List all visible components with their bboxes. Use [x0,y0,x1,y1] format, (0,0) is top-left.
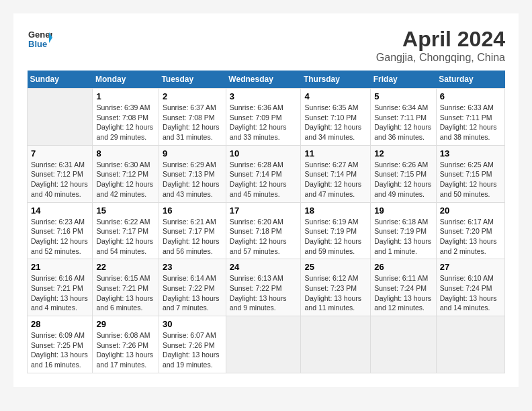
day-info: Sunrise: 6:30 AMSunset: 7:12 PMDaylight:… [96,160,154,199]
day-info: Sunrise: 6:08 AMSunset: 7:26 PMDaylight:… [96,330,154,370]
day-info: Sunrise: 6:09 AMSunset: 7:25 PMDaylight:… [31,330,89,370]
calendar-cell: 10Sunrise: 6:28 AMSunset: 7:14 PMDayligh… [226,145,301,202]
header: General Blue April 2024 Gangjia, Chongqi… [27,27,505,64]
calendar-cell: 14Sunrise: 6:23 AMSunset: 7:16 PMDayligh… [28,202,93,259]
main-container: General Blue April 2024 Gangjia, Chongqi… [13,13,519,387]
page-subtitle: Gangjia, Chongqing, China [376,52,505,64]
calendar-week-row: 21Sunrise: 6:16 AMSunset: 7:21 PMDayligh… [28,259,505,316]
day-number: 9 [163,148,222,158]
weekday-header: Tuesday [159,71,226,89]
calendar-cell: 2Sunrise: 6:37 AMSunset: 7:08 PMDaylight… [159,89,226,146]
calendar-cell: 27Sunrise: 6:10 AMSunset: 7:24 PMDayligh… [436,259,504,316]
calendar-cell: 17Sunrise: 6:20 AMSunset: 7:18 PMDayligh… [226,202,301,259]
day-info: Sunrise: 6:21 AMSunset: 7:17 PMDaylight:… [163,217,222,257]
calendar-cell: 25Sunrise: 6:12 AMSunset: 7:23 PMDayligh… [301,259,371,316]
calendar-cell: 29Sunrise: 6:08 AMSunset: 7:26 PMDayligh… [93,316,159,373]
day-number: 2 [163,91,222,101]
day-number: 8 [96,148,154,158]
page-title: April 2024 [376,27,505,52]
day-info: Sunrise: 6:13 AMSunset: 7:22 PMDaylight:… [230,273,298,313]
weekday-header: Friday [371,71,436,89]
day-info: Sunrise: 6:20 AMSunset: 7:18 PMDaylight:… [230,217,298,257]
day-number: 18 [304,205,367,216]
day-info: Sunrise: 6:17 AMSunset: 7:20 PMDaylight:… [440,217,501,257]
day-info: Sunrise: 6:31 AMSunset: 7:12 PMDaylight:… [31,160,89,199]
day-info: Sunrise: 6:19 AMSunset: 7:19 PMDaylight:… [304,217,367,257]
day-info: Sunrise: 6:22 AMSunset: 7:17 PMDaylight:… [96,217,154,257]
day-number: 17 [230,205,298,216]
day-number: 22 [96,262,154,272]
day-info: Sunrise: 6:16 AMSunset: 7:21 PMDaylight:… [31,273,89,313]
day-info: Sunrise: 6:28 AMSunset: 7:14 PMDaylight:… [230,160,298,199]
calendar-cell: 1Sunrise: 6:39 AMSunset: 7:08 PMDaylight… [93,89,159,146]
calendar-cell: 3Sunrise: 6:36 AMSunset: 7:09 PMDaylight… [226,89,301,146]
calendar-cell [371,316,436,373]
calendar-cell: 11Sunrise: 6:27 AMSunset: 7:14 PMDayligh… [301,145,371,202]
weekday-header: Saturday [436,71,504,89]
day-info: Sunrise: 6:07 AMSunset: 7:26 PMDaylight:… [163,330,222,370]
day-number: 20 [440,205,501,216]
calendar-cell: 26Sunrise: 6:11 AMSunset: 7:24 PMDayligh… [371,259,436,316]
day-number: 25 [304,262,367,272]
calendar-cell: 21Sunrise: 6:16 AMSunset: 7:21 PMDayligh… [28,259,93,316]
day-number: 3 [230,91,298,101]
day-number: 4 [304,91,367,101]
day-info: Sunrise: 6:12 AMSunset: 7:23 PMDaylight:… [304,273,367,313]
day-number: 11 [304,148,367,158]
calendar-cell: 24Sunrise: 6:13 AMSunset: 7:22 PMDayligh… [226,259,301,316]
day-number: 16 [163,205,222,216]
calendar-cell: 4Sunrise: 6:35 AMSunset: 7:10 PMDaylight… [301,89,371,146]
day-number: 26 [374,262,432,272]
day-number: 1 [96,91,154,101]
day-number: 28 [31,319,89,329]
calendar-cell: 12Sunrise: 6:26 AMSunset: 7:15 PMDayligh… [371,145,436,202]
calendar-cell: 7Sunrise: 6:31 AMSunset: 7:12 PMDaylight… [28,145,93,202]
day-info: Sunrise: 6:26 AMSunset: 7:15 PMDaylight:… [374,160,432,199]
day-number: 23 [163,262,222,272]
calendar-cell: 22Sunrise: 6:15 AMSunset: 7:21 PMDayligh… [93,259,159,316]
day-number: 6 [440,91,501,101]
calendar-cell: 8Sunrise: 6:30 AMSunset: 7:12 PMDaylight… [93,145,159,202]
day-number: 10 [230,148,298,158]
weekday-header-row: SundayMondayTuesdayWednesdayThursdayFrid… [28,71,505,89]
calendar-cell: 15Sunrise: 6:22 AMSunset: 7:17 PMDayligh… [93,202,159,259]
day-number: 30 [163,319,222,329]
calendar-cell [226,316,301,373]
day-number: 24 [230,262,298,272]
day-info: Sunrise: 6:33 AMSunset: 7:11 PMDaylight:… [440,103,501,142]
day-info: Sunrise: 6:39 AMSunset: 7:08 PMDaylight:… [96,103,154,142]
day-number: 7 [31,148,89,158]
svg-text:Blue: Blue [28,39,47,49]
calendar-cell: 9Sunrise: 6:29 AMSunset: 7:13 PMDaylight… [159,145,226,202]
day-number: 14 [31,205,89,216]
calendar-cell: 30Sunrise: 6:07 AMSunset: 7:26 PMDayligh… [159,316,226,373]
calendar-cell: 6Sunrise: 6:33 AMSunset: 7:11 PMDaylight… [436,89,504,146]
day-info: Sunrise: 6:14 AMSunset: 7:22 PMDaylight:… [163,273,222,313]
day-number: 29 [96,319,154,329]
day-number: 21 [31,262,89,272]
weekday-header: Wednesday [226,71,301,89]
weekday-header: Thursday [301,71,371,89]
day-info: Sunrise: 6:18 AMSunset: 7:19 PMDaylight:… [374,217,432,257]
calendar-cell: 23Sunrise: 6:14 AMSunset: 7:22 PMDayligh… [159,259,226,316]
calendar-cell: 20Sunrise: 6:17 AMSunset: 7:20 PMDayligh… [436,202,504,259]
calendar-cell [301,316,371,373]
svg-text:General: General [28,30,52,40]
calendar-table: SundayMondayTuesdayWednesdayThursdayFrid… [27,71,505,373]
calendar-cell: 5Sunrise: 6:34 AMSunset: 7:11 PMDaylight… [371,89,436,146]
calendar-week-row: 28Sunrise: 6:09 AMSunset: 7:25 PMDayligh… [28,316,505,373]
day-number: 13 [440,148,501,158]
calendar-week-row: 7Sunrise: 6:31 AMSunset: 7:12 PMDaylight… [28,145,505,202]
calendar-cell [28,89,93,146]
day-info: Sunrise: 6:37 AMSunset: 7:08 PMDaylight:… [163,103,222,142]
day-number: 19 [374,205,432,216]
day-info: Sunrise: 6:25 AMSunset: 7:15 PMDaylight:… [440,160,501,199]
day-info: Sunrise: 6:23 AMSunset: 7:16 PMDaylight:… [31,217,89,257]
weekday-header: Monday [93,71,159,89]
calendar-cell: 19Sunrise: 6:18 AMSunset: 7:19 PMDayligh… [371,202,436,259]
logo: General Blue [27,27,52,55]
calendar-week-row: 14Sunrise: 6:23 AMSunset: 7:16 PMDayligh… [28,202,505,259]
day-info: Sunrise: 6:34 AMSunset: 7:11 PMDaylight:… [374,103,432,142]
day-info: Sunrise: 6:10 AMSunset: 7:24 PMDaylight:… [440,273,501,313]
day-info: Sunrise: 6:35 AMSunset: 7:10 PMDaylight:… [304,103,367,142]
